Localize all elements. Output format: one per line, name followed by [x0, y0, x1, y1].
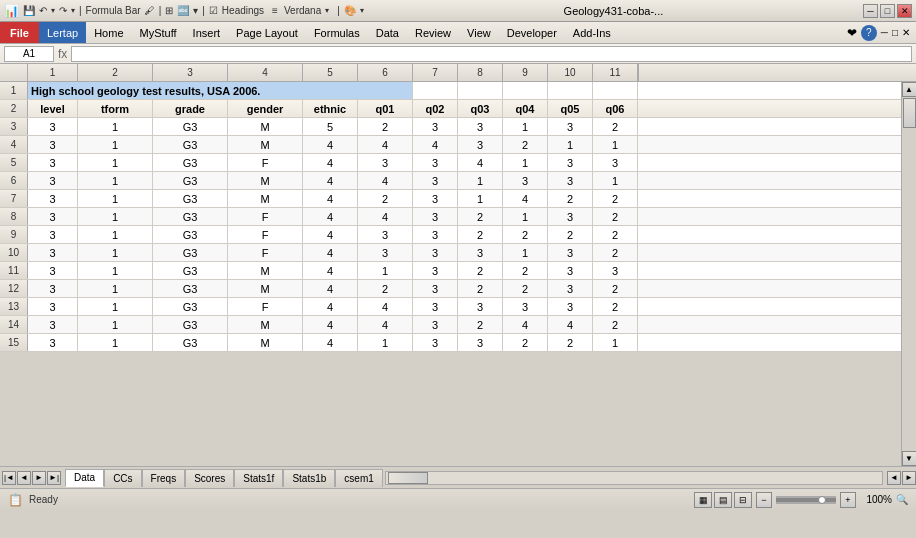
menu-data[interactable]: Data: [368, 22, 407, 43]
col-header-6[interactable]: 6: [358, 64, 413, 81]
cell-row14-col1[interactable]: 3: [28, 316, 78, 333]
cell-row8-col2[interactable]: 1: [78, 208, 153, 225]
collapse-icon[interactable]: ─: [881, 27, 888, 38]
quick-save-btn[interactable]: 💾: [23, 5, 35, 16]
close-button[interactable]: ✕: [897, 4, 912, 18]
cell-row15-col10[interactable]: 2: [548, 334, 593, 351]
formula-bar-icon[interactable]: 🖋: [145, 5, 155, 16]
cell-row12-col5[interactable]: 4: [303, 280, 358, 297]
col-header-5[interactable]: 5: [303, 64, 358, 81]
vertical-scrollbar[interactable]: ▲ ▼: [901, 82, 916, 466]
cell-row10-col7[interactable]: 3: [413, 244, 458, 261]
cell-row6-col7[interactable]: 3: [413, 172, 458, 189]
cell-row4-col2[interactable]: 1: [78, 136, 153, 153]
cell-row14-col5[interactable]: 4: [303, 316, 358, 333]
cell-row3-col9[interactable]: 1: [503, 118, 548, 135]
cell-d2[interactable]: gender: [228, 100, 303, 117]
cell-row7-col11[interactable]: 2: [593, 190, 638, 207]
cell-row8-col3[interactable]: G3: [153, 208, 228, 225]
cell-row5-col4[interactable]: F: [228, 154, 303, 171]
tab-stats1f[interactable]: Stats1f: [234, 469, 283, 487]
cell-row9-col8[interactable]: 2: [458, 226, 503, 243]
cell-row4-col6[interactable]: 4: [358, 136, 413, 153]
cell-row13-col4[interactable]: F: [228, 298, 303, 315]
cell-row3-col6[interactable]: 2: [358, 118, 413, 135]
cell-row12-col10[interactable]: 3: [548, 280, 593, 297]
cell-row8-col10[interactable]: 3: [548, 208, 593, 225]
redo-btn[interactable]: ↷: [59, 5, 67, 16]
cell-row8-col11[interactable]: 2: [593, 208, 638, 225]
col-header-7[interactable]: 7: [413, 64, 458, 81]
cell-row3-col1[interactable]: 3: [28, 118, 78, 135]
cell-row9-col10[interactable]: 2: [548, 226, 593, 243]
cell-row12-col6[interactable]: 2: [358, 280, 413, 297]
zoom-slider[interactable]: [776, 496, 836, 504]
cell-row10-col10[interactable]: 3: [548, 244, 593, 261]
cell-row11-col1[interactable]: 3: [28, 262, 78, 279]
cell-row10-col4[interactable]: F: [228, 244, 303, 261]
zoom-level[interactable]: 100%: [860, 494, 892, 505]
h-scroll-right[interactable]: ►: [902, 471, 916, 485]
cell-row10-col5[interactable]: 4: [303, 244, 358, 261]
tab-data[interactable]: Data: [65, 469, 104, 487]
col-header-9[interactable]: 9: [503, 64, 548, 81]
cell-e2[interactable]: ethnic: [303, 100, 358, 117]
cell-row8-col1[interactable]: 3: [28, 208, 78, 225]
maximize-button[interactable]: □: [880, 4, 895, 18]
cell-row3-col4[interactable]: M: [228, 118, 303, 135]
cell-row3-col10[interactable]: 3: [548, 118, 593, 135]
cell-row4-col10[interactable]: 1: [548, 136, 593, 153]
cell-row8-col9[interactable]: 1: [503, 208, 548, 225]
cell-row15-col9[interactable]: 2: [503, 334, 548, 351]
cell-row4-col1[interactable]: 3: [28, 136, 78, 153]
menu-home[interactable]: Home: [86, 22, 131, 43]
cell-row9-col4[interactable]: F: [228, 226, 303, 243]
cell-i2[interactable]: q04: [503, 100, 548, 117]
menu-lertap[interactable]: Lertap: [39, 22, 86, 43]
col-header-10[interactable]: 10: [548, 64, 593, 81]
cell-k1[interactable]: [593, 82, 638, 99]
file-menu[interactable]: File: [0, 22, 39, 43]
menu-formulas[interactable]: Formulas: [306, 22, 368, 43]
cell-row7-col4[interactable]: M: [228, 190, 303, 207]
cell-row3-col11[interactable]: 2: [593, 118, 638, 135]
cell-row11-col4[interactable]: M: [228, 262, 303, 279]
cell-row11-col9[interactable]: 2: [503, 262, 548, 279]
cell-row4-col9[interactable]: 2: [503, 136, 548, 153]
cell-row7-col9[interactable]: 4: [503, 190, 548, 207]
question-icon[interactable]: ?: [861, 25, 877, 41]
cell-row5-col7[interactable]: 3: [413, 154, 458, 171]
cell-row7-col1[interactable]: 3: [28, 190, 78, 207]
cell-row12-col8[interactable]: 2: [458, 280, 503, 297]
cell-row8-col5[interactable]: 4: [303, 208, 358, 225]
cell-row7-col2[interactable]: 1: [78, 190, 153, 207]
font-dropdown[interactable]: ▾: [325, 6, 329, 15]
cell-row5-col2[interactable]: 1: [78, 154, 153, 171]
menu-mystuff[interactable]: MyStuff: [132, 22, 185, 43]
cell-row5-col10[interactable]: 3: [548, 154, 593, 171]
cell-row15-col11[interactable]: 1: [593, 334, 638, 351]
cell-row4-col11[interactable]: 1: [593, 136, 638, 153]
cell-row10-col11[interactable]: 2: [593, 244, 638, 261]
toolbar-icon1[interactable]: ⊞: [165, 5, 173, 16]
cell-b2[interactable]: tform: [78, 100, 153, 117]
cell-h2[interactable]: q03: [458, 100, 503, 117]
cell-row5-col11[interactable]: 3: [593, 154, 638, 171]
cell-row4-col8[interactable]: 3: [458, 136, 503, 153]
expand-icon[interactable]: □: [892, 27, 898, 38]
col-header-3[interactable]: 3: [153, 64, 228, 81]
toolbar-icon2[interactable]: 🔤: [177, 5, 189, 16]
cell-row14-col3[interactable]: G3: [153, 316, 228, 333]
h-scroll-left[interactable]: ◄: [887, 471, 901, 485]
cell-row13-col8[interactable]: 3: [458, 298, 503, 315]
cell-row7-col6[interactable]: 2: [358, 190, 413, 207]
cell-c2[interactable]: grade: [153, 100, 228, 117]
cell-row7-col3[interactable]: G3: [153, 190, 228, 207]
cell-row4-col4[interactable]: M: [228, 136, 303, 153]
cell-row11-col11[interactable]: 3: [593, 262, 638, 279]
cell-row15-col2[interactable]: 1: [78, 334, 153, 351]
cell-row4-col3[interactable]: G3: [153, 136, 228, 153]
cell-row11-col6[interactable]: 1: [358, 262, 413, 279]
cell-row15-col5[interactable]: 4: [303, 334, 358, 351]
cell-row9-col11[interactable]: 2: [593, 226, 638, 243]
